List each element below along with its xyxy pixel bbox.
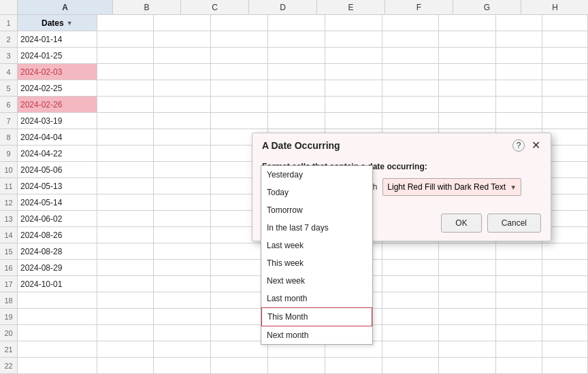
cell-d21[interactable] <box>211 341 268 358</box>
cell-c14[interactable] <box>154 227 211 243</box>
cell-b4[interactable] <box>97 64 154 80</box>
cell-f6[interactable] <box>325 97 382 113</box>
cell-a14[interactable]: 2024-08-26 <box>18 227 97 243</box>
cell-i6[interactable] <box>496 97 542 113</box>
cell-b15[interactable] <box>97 243 154 260</box>
cell-c9[interactable] <box>154 146 211 162</box>
cell-j20[interactable] <box>542 325 588 341</box>
cell-a1[interactable]: Dates▼ <box>18 15 97 31</box>
cell-j18[interactable] <box>542 292 588 309</box>
cell-d15[interactable] <box>211 243 268 260</box>
close-button[interactable]: ✕ <box>529 139 542 152</box>
cell-a3[interactable]: 2024-01-25 <box>18 48 97 64</box>
cell-g6[interactable] <box>382 97 440 113</box>
cell-d5[interactable] <box>211 80 268 97</box>
cell-d6[interactable] <box>211 97 268 113</box>
cell-i7[interactable] <box>496 113 542 129</box>
cell-c11[interactable] <box>154 178 211 194</box>
cell-f7[interactable] <box>325 113 382 129</box>
filter-arrow-icon[interactable]: ▼ <box>67 15 73 31</box>
cell-j22[interactable] <box>542 358 588 374</box>
cell-a19[interactable] <box>18 309 97 325</box>
cell-b22[interactable] <box>97 358 154 374</box>
cell-i5[interactable] <box>496 80 542 97</box>
cell-d20[interactable] <box>211 325 268 341</box>
cell-j19[interactable] <box>542 309 588 325</box>
cell-g4[interactable] <box>382 64 440 80</box>
cell-e1[interactable] <box>268 15 325 31</box>
cell-c13[interactable] <box>154 211 211 227</box>
cell-c10[interactable] <box>154 162 211 178</box>
cell-h2[interactable] <box>439 31 496 48</box>
cell-g21[interactable] <box>382 341 440 358</box>
cell-d22[interactable] <box>211 358 268 374</box>
cell-h16[interactable] <box>439 260 496 276</box>
cell-b8[interactable] <box>97 129 154 146</box>
cell-d1[interactable] <box>211 15 268 31</box>
cell-b13[interactable] <box>97 211 154 227</box>
dropdown-item[interactable]: Today <box>261 184 372 201</box>
cell-j17[interactable] <box>542 276 588 292</box>
cell-a20[interactable] <box>18 325 97 341</box>
dropdown-item[interactable]: In the last 7 days <box>261 219 372 237</box>
cell-f1[interactable] <box>325 15 382 31</box>
cell-a22[interactable] <box>18 358 97 374</box>
cell-a8[interactable]: 2024-04-04 <box>18 129 97 146</box>
cell-h19[interactable] <box>439 309 496 325</box>
cell-a21[interactable] <box>18 341 97 358</box>
cell-d2[interactable] <box>211 31 268 48</box>
cell-d4[interactable] <box>211 64 268 80</box>
cell-j16[interactable] <box>542 260 588 276</box>
cell-i17[interactable] <box>496 276 542 292</box>
cell-h17[interactable] <box>439 276 496 292</box>
cell-b1[interactable] <box>97 15 154 31</box>
cell-g15[interactable] <box>382 243 440 260</box>
cell-g20[interactable] <box>382 325 440 341</box>
cell-i3[interactable] <box>496 48 542 64</box>
cell-b10[interactable] <box>97 162 154 178</box>
cell-g16[interactable] <box>382 260 440 276</box>
cell-c5[interactable] <box>154 80 211 97</box>
cell-c20[interactable] <box>154 325 211 341</box>
cell-b2[interactable] <box>97 31 154 48</box>
dropdown-item[interactable]: Next month <box>261 326 372 344</box>
cell-d18[interactable] <box>211 292 268 309</box>
dropdown-item[interactable]: Last month <box>261 290 372 307</box>
cell-j3[interactable] <box>542 48 588 64</box>
col-header-d[interactable]: D <box>249 0 317 15</box>
cell-i22[interactable] <box>496 358 542 374</box>
cell-a18[interactable] <box>18 292 97 309</box>
cell-g19[interactable] <box>382 309 440 325</box>
col-header-b[interactable]: B <box>113 0 181 15</box>
cell-j6[interactable] <box>542 97 588 113</box>
col-header-h[interactable]: H <box>521 0 588 15</box>
cell-g3[interactable] <box>382 48 440 64</box>
cell-b17[interactable] <box>97 276 154 292</box>
cell-g1[interactable] <box>382 15 440 31</box>
cell-a11[interactable]: 2024-05-13 <box>18 178 97 194</box>
cell-i18[interactable] <box>496 292 542 309</box>
cell-i21[interactable] <box>496 341 542 358</box>
cell-d7[interactable] <box>211 113 268 129</box>
cell-i20[interactable] <box>496 325 542 341</box>
cell-c18[interactable] <box>154 292 211 309</box>
cell-h15[interactable] <box>439 243 496 260</box>
cell-b6[interactable] <box>97 97 154 113</box>
cell-b21[interactable] <box>97 341 154 358</box>
cell-h18[interactable] <box>439 292 496 309</box>
cell-f5[interactable] <box>325 80 382 97</box>
cell-j1[interactable] <box>542 15 588 31</box>
cell-h5[interactable] <box>439 80 496 97</box>
cell-b20[interactable] <box>97 325 154 341</box>
cell-j2[interactable] <box>542 31 588 48</box>
cell-f2[interactable] <box>325 31 382 48</box>
cell-a2[interactable]: 2024-01-14 <box>18 31 97 48</box>
cell-g5[interactable] <box>382 80 440 97</box>
cell-c1[interactable] <box>154 15 211 31</box>
cell-h3[interactable] <box>439 48 496 64</box>
cell-d19[interactable] <box>211 309 268 325</box>
cell-h21[interactable] <box>439 341 496 358</box>
cell-e4[interactable] <box>268 64 325 80</box>
cell-f4[interactable] <box>325 64 382 80</box>
cell-i19[interactable] <box>496 309 542 325</box>
